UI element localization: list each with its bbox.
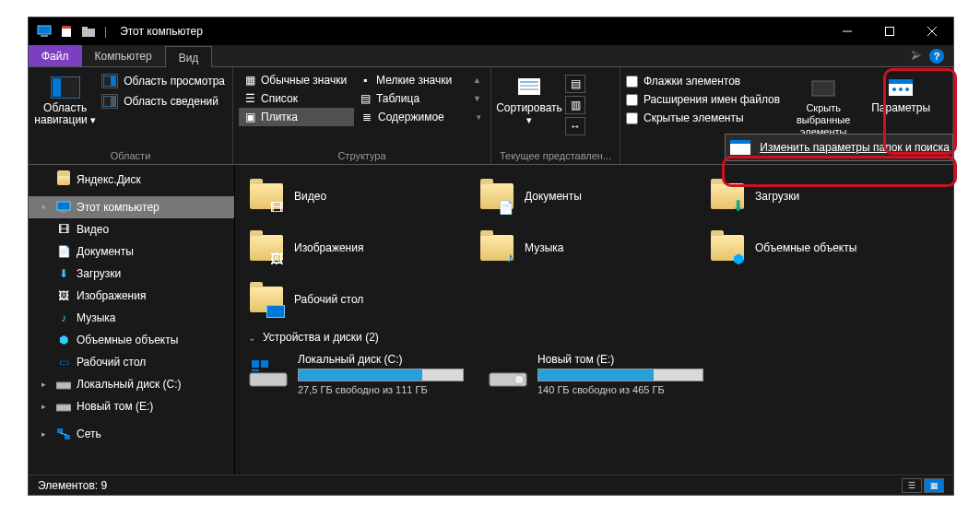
svg-rect-7	[886, 28, 894, 36]
folder-downloads[interactable]: ⬇Загрузки	[705, 170, 936, 222]
drive-bar	[298, 369, 464, 381]
current-view-group-label: Текущее представлен...	[497, 147, 614, 164]
size-columns-icon[interactable]: ↔	[565, 117, 585, 135]
layout-list[interactable]: ☰Список	[239, 89, 352, 108]
nav-music[interactable]: ♪Музыка	[29, 307, 234, 329]
drive-bar	[537, 369, 703, 381]
details-pane-label: Область сведений	[124, 95, 218, 108]
svg-point-24	[899, 88, 903, 91]
status-item-count: Элементов: 9	[38, 479, 107, 492]
svg-rect-3	[62, 26, 71, 29]
layout-down-icon[interactable]: ▼	[469, 94, 485, 103]
ribbon-tabs: Файл Компьютер Вид ⮚ ?	[29, 45, 953, 67]
svg-rect-0	[38, 26, 51, 34]
folder-documents[interactable]: 📄Документы	[475, 170, 705, 222]
add-columns-icon[interactable]: ▥	[565, 96, 585, 114]
svg-rect-29	[56, 404, 71, 411]
layout-content[interactable]: ≣Содержимое	[356, 108, 471, 126]
qat-new-folder-icon[interactable]	[80, 23, 97, 40]
folder-desktop[interactable]: Рабочий стол	[244, 274, 475, 325]
checkbox-hidden-items[interactable]: Скрытые элементы	[626, 110, 780, 126]
svg-point-25	[905, 88, 909, 91]
nav-video[interactable]: 🎞Видео	[29, 218, 234, 240]
svg-rect-5	[82, 27, 88, 29]
panes-group-label: Области	[34, 147, 227, 164]
nav-pane-button[interactable]: Область навигации ▾	[34, 71, 96, 147]
tab-view[interactable]: Вид	[165, 46, 213, 67]
nav-yandex-disk[interactable]: Яндекс.Диск	[29, 169, 234, 191]
nav-desktop[interactable]: ▭Рабочий стол	[29, 351, 234, 373]
layout-tiles[interactable]: ▣Плитка	[239, 108, 354, 126]
nav-network[interactable]: ▸Сеть	[29, 423, 234, 445]
options-dropdown-label: Изменить параметры папок и поиска	[760, 141, 950, 154]
svg-rect-20	[812, 81, 834, 96]
nav-3d-objects[interactable]: ⬢Объемные объекты	[29, 329, 234, 351]
view-details-toggle[interactable]: ☰	[902, 478, 922, 493]
drive-vol-e[interactable]: Новый том (E:) 140 ГБ свободно из 465 ГБ	[484, 349, 714, 399]
layout-table[interactable]: ▤Таблица	[354, 89, 467, 108]
svg-rect-31	[65, 435, 70, 439]
svg-rect-26	[57, 202, 70, 210]
svg-rect-15	[111, 97, 115, 106]
svg-rect-16	[518, 78, 540, 95]
nav-vol-e[interactable]: ▸Новый том (E:)	[29, 395, 234, 417]
sort-button[interactable]: Сортировать ▾	[497, 71, 561, 147]
tab-computer[interactable]: Компьютер	[82, 45, 165, 66]
maximize-button[interactable]	[868, 18, 911, 45]
content-area: 🎞Видео 📄Документы ⬇Загрузки 🖼Изображения…	[235, 165, 953, 474]
layout-group-label: Структура	[239, 147, 485, 164]
drive-local-c[interactable]: Локальный диск (C:) 27,5 ГБ свободно из …	[244, 349, 475, 399]
nav-downloads[interactable]: ⬇Загрузки	[29, 263, 234, 285]
nav-this-pc[interactable]: ▾Этот компьютер	[29, 196, 234, 218]
checkbox-item-flags[interactable]: Флажки элементов	[626, 73, 780, 89]
svg-rect-35	[261, 360, 268, 368]
window-title: Этот компьютер	[120, 25, 203, 38]
svg-rect-11	[53, 78, 61, 97]
svg-rect-36	[252, 369, 259, 371]
layout-normal[interactable]: ▦Обычные значки	[239, 71, 352, 89]
layout-small[interactable]: ▪Мелкие значки	[354, 71, 467, 89]
drives-header[interactable]: ⌄ Устройства и диски (2)	[244, 325, 944, 349]
tab-file[interactable]: Файл	[29, 45, 82, 66]
details-pane-button[interactable]: Область сведений	[100, 93, 227, 110]
this-pc-icon	[36, 23, 53, 40]
svg-rect-34	[252, 360, 259, 368]
svg-rect-27	[60, 211, 67, 213]
preview-pane-label: Область просмотра	[124, 75, 225, 88]
preview-pane-button[interactable]: Область просмотра	[100, 73, 227, 89]
minimize-ribbon-icon[interactable]: ⮚	[911, 50, 922, 63]
qat-properties-icon[interactable]	[58, 23, 75, 40]
options-menu-icon	[728, 137, 752, 158]
nav-pictures[interactable]: 🖼Изображения	[29, 285, 234, 307]
navigation-pane: Яндекс.Диск ▾Этот компьютер 🎞Видео 📄Доку…	[29, 165, 235, 474]
folder-3d-objects[interactable]: ⬢Объемные объекты	[705, 222, 936, 274]
nav-documents[interactable]: 📄Документы	[29, 240, 234, 263]
help-icon[interactable]: ?	[929, 49, 944, 64]
svg-rect-13	[111, 76, 115, 86]
group-by-icon[interactable]: ▤	[565, 75, 585, 93]
folder-pictures[interactable]: 🖼Изображения	[244, 222, 475, 274]
layout-up-icon[interactable]: ▲	[469, 76, 485, 85]
checkbox-file-ext[interactable]: Расширения имен файлов	[626, 91, 780, 108]
titlebar: | Этот компьютер	[29, 18, 953, 45]
status-bar: Элементов: 9 ☰ ▦	[29, 474, 953, 495]
svg-point-38	[514, 375, 524, 384]
folder-video[interactable]: 🎞Видео	[244, 170, 475, 222]
sort-label: Сортировать	[496, 101, 562, 114]
chevron-down-icon: ⌄	[248, 333, 255, 343]
svg-line-32	[60, 433, 67, 435]
svg-rect-1	[41, 35, 48, 37]
qat-separator: |	[104, 25, 107, 38]
svg-rect-33	[250, 373, 287, 386]
folder-music[interactable]: ♪Музыка	[475, 222, 705, 274]
svg-rect-4	[82, 29, 95, 37]
close-button[interactable]	[911, 18, 953, 45]
nav-local-c[interactable]: ▸Локальный диск (C:)	[29, 373, 234, 395]
minimize-button[interactable]	[826, 18, 868, 45]
svg-rect-28	[56, 382, 71, 389]
svg-rect-30	[57, 428, 63, 433]
options-label: Параметры	[871, 101, 930, 114]
layout-more-icon[interactable]: ▾	[473, 112, 485, 122]
options-dropdown-menu[interactable]: Изменить параметры папок и поиска	[725, 134, 953, 161]
view-tiles-toggle[interactable]: ▦	[924, 478, 944, 493]
